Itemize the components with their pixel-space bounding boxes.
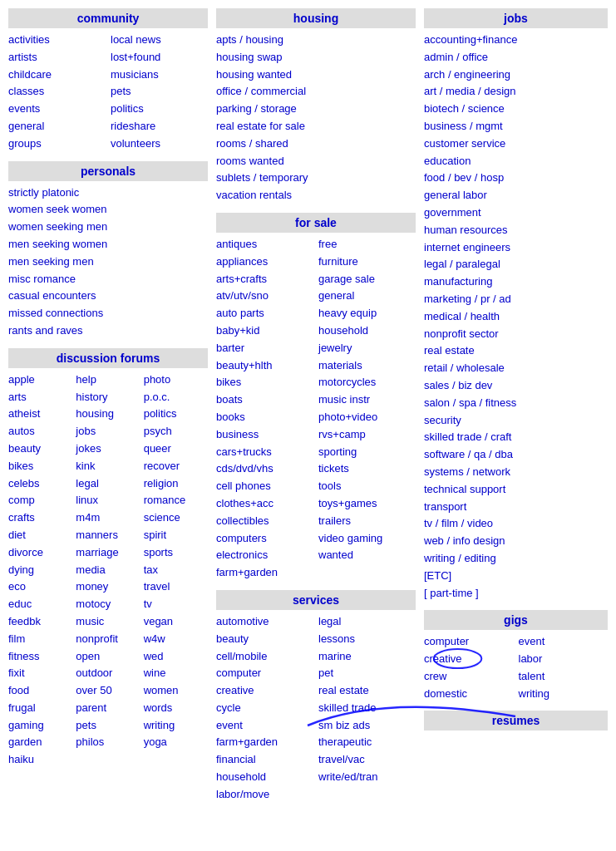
link[interactable]: admin / office <box>424 51 488 63</box>
link[interactable]: fitness <box>8 650 40 662</box>
link[interactable]: beauty <box>8 442 41 455</box>
link[interactable]: clothes+acc <box>216 497 274 509</box>
link[interactable]: free <box>318 238 337 250</box>
link[interactable]: fixit <box>8 667 25 679</box>
link[interactable]: photo+video <box>318 411 377 423</box>
link[interactable]: artists <box>8 51 37 63</box>
link[interactable]: rideshare <box>111 120 155 132</box>
link[interactable]: cycle <box>216 701 241 714</box>
link[interactable]: boats <box>216 393 243 406</box>
link[interactable]: transport <box>424 500 466 513</box>
link[interactable]: haiku <box>8 753 34 765</box>
link[interactable]: toys+games <box>318 497 377 509</box>
link[interactable]: media <box>76 563 105 576</box>
link[interactable]: photo <box>144 373 171 386</box>
link[interactable]: psych <box>144 425 172 437</box>
link[interactable]: strictly platonic <box>8 186 79 199</box>
link[interactable]: celebs <box>8 477 40 489</box>
link[interactable]: religion <box>144 477 179 489</box>
link[interactable]: jobs <box>76 425 96 437</box>
link[interactable]: therapeutic <box>318 735 372 748</box>
link[interactable]: over 50 <box>76 684 111 696</box>
link[interactable]: labor/move <box>216 788 269 800</box>
link[interactable]: cds/dvd/vhs <box>216 462 274 475</box>
link[interactable]: dying <box>8 563 34 576</box>
link[interactable]: medical / health <box>424 310 500 322</box>
link[interactable]: outdoor <box>76 667 112 679</box>
link[interactable]: politics <box>111 102 144 115</box>
link[interactable]: computers <box>216 532 267 544</box>
link[interactable]: film <box>8 632 25 645</box>
link[interactable]: motorcycles <box>318 376 376 388</box>
link[interactable]: labor <box>519 652 543 665</box>
link[interactable]: volunteers <box>111 137 160 150</box>
link[interactable]: sports <box>144 546 173 558</box>
link[interactable]: missed connections <box>8 307 103 319</box>
link[interactable]: cars+trucks <box>216 445 272 458</box>
link[interactable]: yoga <box>144 735 167 748</box>
link[interactable]: lessons <box>318 632 355 645</box>
link[interactable]: general <box>318 289 354 302</box>
link[interactable]: travel/vac <box>318 753 365 765</box>
link[interactable]: housing wanted <box>216 68 292 81</box>
link[interactable]: general <box>8 120 44 132</box>
link[interactable]: apts / housing <box>216 33 283 46</box>
link[interactable]: arts <box>8 391 27 403</box>
link[interactable]: frugal <box>8 701 36 714</box>
link[interactable]: money <box>76 580 108 593</box>
link[interactable]: educ <box>8 598 32 610</box>
link[interactable]: garden <box>8 735 42 748</box>
link[interactable]: barter <box>216 342 244 354</box>
link[interactable]: motocy <box>76 598 111 610</box>
link[interactable]: women seek women <box>8 203 107 215</box>
link[interactable]: rooms / shared <box>216 137 288 150</box>
link[interactable]: education <box>424 155 471 167</box>
link[interactable]: trailers <box>318 514 351 527</box>
link[interactable]: event <box>216 719 243 731</box>
link[interactable]: misc romance <box>8 273 76 285</box>
link[interactable]: crafts <box>8 511 35 524</box>
link[interactable]: casual encounters <box>8 289 96 302</box>
link[interactable]: office / commercial <box>216 85 306 97</box>
link[interactable]: government <box>424 206 481 219</box>
link[interactable]: bikes <box>8 460 33 472</box>
link[interactable]: cell/mobile <box>216 650 267 662</box>
link[interactable]: technical support <box>424 483 505 495</box>
link[interactable]: rants and raves <box>8 324 83 337</box>
link[interactable]: skilled trade <box>318 701 376 714</box>
link[interactable]: sales / biz dev <box>424 379 492 391</box>
link[interactable]: writing / editing <box>424 552 496 564</box>
link[interactable]: classes <box>8 85 44 97</box>
link[interactable]: materials <box>318 359 362 371</box>
link[interactable]: tv / film / video <box>424 517 493 529</box>
link[interactable]: writing <box>144 719 175 731</box>
link[interactable]: music <box>76 615 104 627</box>
link[interactable]: housing <box>76 407 114 420</box>
link[interactable]: collectibles <box>216 514 269 527</box>
link[interactable]: skilled trade / craft <box>424 430 512 443</box>
link[interactable]: w4w <box>144 632 165 645</box>
link[interactable]: tv <box>144 598 152 610</box>
link[interactable]: arch / engineering <box>424 68 510 81</box>
link[interactable]: women <box>144 684 179 696</box>
link[interactable]: marriage <box>76 546 118 558</box>
link[interactable]: [ETC] <box>424 569 451 582</box>
link[interactable]: garage sale <box>318 273 375 285</box>
link[interactable]: linux <box>76 494 98 506</box>
link[interactable]: events <box>8 102 40 115</box>
link[interactable]: automotive <box>216 615 269 627</box>
link[interactable]: biotech / science <box>424 102 505 115</box>
link[interactable]: video gaming <box>318 532 382 544</box>
link[interactable]: history <box>76 391 107 403</box>
link[interactable]: software / qa / dba <box>424 448 513 460</box>
link[interactable]: vacation rentals <box>216 189 292 201</box>
link[interactable]: parent <box>76 701 106 714</box>
link[interactable]: salon / spa / fitness <box>424 396 516 409</box>
link[interactable]: farm+garden <box>216 566 278 578</box>
link[interactable]: computer <box>216 667 261 679</box>
link[interactable]: sm biz ads <box>318 719 370 731</box>
link[interactable]: parking / storage <box>216 102 297 115</box>
link[interactable]: customer service <box>424 137 505 150</box>
link[interactable]: writing <box>519 687 550 700</box>
link[interactable]: sublets / temporary <box>216 171 308 184</box>
